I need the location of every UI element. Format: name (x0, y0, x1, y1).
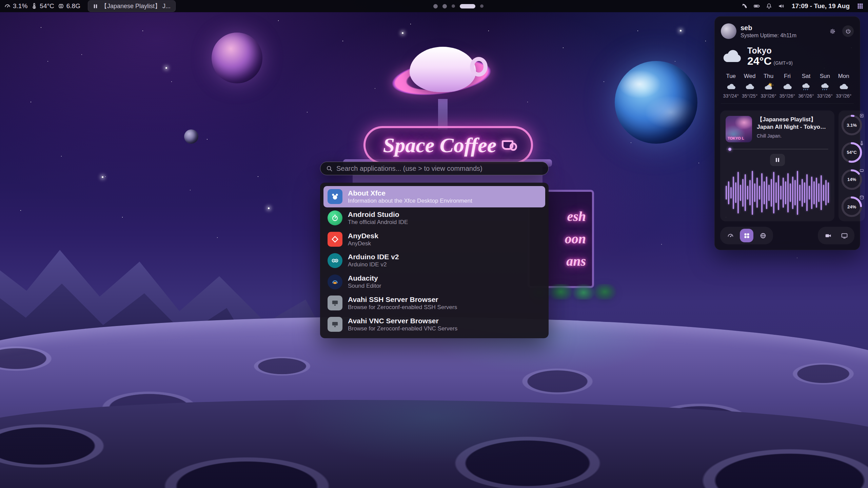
forecast-day-label: Fri (784, 73, 791, 80)
workspace-dot[interactable] (442, 4, 447, 8)
launcher-item-about-xfce[interactable]: About Xfce Information about the Xfce De… (323, 186, 545, 207)
app-grid-icon[interactable] (856, 2, 864, 10)
xfce-icon (328, 189, 342, 204)
window-neon-text: oon (565, 232, 586, 246)
forecast-day-mon: Mon 33°/26° (834, 73, 853, 99)
app-description: Browse for Zeroconf-enabled SSH Servers (348, 304, 457, 311)
screen-record-button[interactable] (821, 229, 835, 242)
search-input[interactable] (336, 165, 543, 172)
thermometer-icon (859, 141, 864, 146)
media-controls (726, 154, 829, 166)
launcher-item-text: About Xfce Information about the Xfce De… (348, 189, 472, 204)
gauge-temperature: 54°C (841, 142, 862, 163)
workspace-dot[interactable] (452, 4, 455, 8)
gauge-disk: 24% (841, 196, 862, 217)
coffee-cup-icon (502, 140, 513, 150)
top-bar: 3.1% 54°C 6.8G 【Japanese Playlist】 J... (0, 0, 868, 12)
forecast-temps: 35°/25° (742, 93, 757, 99)
forecast-day-thu: Thu 33°/26° (759, 73, 778, 99)
app-title: Android Studio (348, 210, 408, 218)
cloud-icon (782, 82, 793, 91)
forecast-day-wed: Wed 35°/25° (740, 73, 759, 99)
temperature-indicator[interactable]: 54°C (31, 2, 54, 10)
app-launcher: About Xfce Information about the Xfce De… (320, 162, 549, 338)
apps-tab-button[interactable] (740, 229, 753, 242)
launcher-item-audacity[interactable]: Audacity Sound Editor (323, 271, 545, 292)
topbar-left: 3.1% 54°C 6.8G 【Japanese Playlist】 J... (4, 0, 176, 12)
app-title: About Xfce (348, 189, 472, 197)
memory-indicator[interactable]: 6.8G (58, 2, 80, 10)
server-browser-icon (328, 296, 342, 310)
media-player-card: TOKYO L 【Japanese Playlist】 Japan All Ni… (720, 110, 834, 221)
clock[interactable]: 17:09 - Tue, 19 Aug (790, 2, 852, 10)
pause-icon (93, 4, 98, 9)
settings-button[interactable] (827, 25, 838, 37)
launcher-search-bar[interactable] (320, 162, 549, 175)
phone-icon[interactable] (741, 2, 748, 10)
topbar-right: 17:09 - Tue, 19 Aug (741, 2, 864, 10)
rain-cloud-icon (820, 82, 830, 91)
earth-planet (615, 61, 697, 144)
weather-temp-row: 24°C(GMT+9) (747, 56, 793, 67)
gauge-cpu: 3.1% (841, 115, 862, 136)
weather-timezone: (GMT+9) (774, 60, 793, 66)
avatar (721, 23, 736, 39)
play-pause-button[interactable] (770, 154, 785, 166)
weather-city-temp: Tokyo 24°C(GMT+9) (747, 46, 793, 67)
launcher-item-avahi-ssh[interactable]: Avahi SSH Server Browser Browse for Zero… (323, 292, 545, 314)
bright-star (268, 207, 270, 209)
neon-sign-text: Space Coffee (383, 133, 497, 157)
window-neon-text: ans (566, 255, 586, 268)
launcher-item-android-studio[interactable]: Android Studio The official Android IDE (323, 207, 545, 229)
media-progress-bar[interactable] (726, 148, 828, 150)
forecast-temps: 33°/26° (817, 93, 833, 99)
disk-icon (859, 195, 864, 200)
cloud-icon (726, 82, 736, 91)
volume-icon[interactable] (777, 2, 785, 10)
workspace-dot-active[interactable] (460, 4, 475, 8)
dashboard-tab-button[interactable] (724, 229, 737, 242)
launcher-item-text: Android Studio The official Android IDE (348, 210, 408, 226)
progress-knob[interactable] (728, 148, 731, 151)
capture-button-group (818, 227, 854, 244)
panel-bottom-bar (720, 227, 854, 244)
media-top: TOKYO L 【Japanese Playlist】 Japan All Ni… (726, 116, 829, 142)
moon-ground-near (0, 400, 868, 488)
battery-icon[interactable] (753, 2, 761, 10)
arduino-icon (328, 253, 342, 268)
cpu-usage-indicator[interactable]: 3.1% (4, 2, 27, 10)
forecast-day-label: Sun (820, 73, 830, 80)
album-art-label: TOKYO L (728, 136, 744, 140)
forecast-day-sun: Sun 33°/26° (815, 73, 834, 99)
sun-cloud-icon (763, 82, 774, 91)
workspace-dot[interactable] (480, 4, 484, 8)
launcher-item-anydesk[interactable]: AnyDesk AnyDesk (323, 229, 545, 250)
media-pill[interactable]: 【Japanese Playlist】 J... (88, 0, 176, 12)
gear-icon (829, 28, 836, 35)
forecast-temps: 33°/24° (723, 93, 739, 99)
video-camera-icon (825, 232, 832, 239)
thermometer-icon (31, 3, 38, 9)
forecast-day-fri: Fri 35°/26° (778, 73, 796, 99)
launcher-item-avahi-vnc[interactable]: Avahi VNC Server Browser Browse for Zero… (323, 314, 545, 335)
app-title: Arduino IDE v2 (348, 253, 399, 261)
pause-icon (775, 157, 780, 163)
cloud-icon (838, 82, 849, 91)
small-moon (184, 129, 198, 144)
bright-star (402, 32, 403, 34)
screenshot-button[interactable] (837, 229, 851, 242)
launcher-item-arduino[interactable]: Arduino IDE v2 Arduino IDE v2 (323, 250, 545, 271)
workspace-dot[interactable] (433, 4, 438, 8)
system-gauges: 3.1% 54°C 14% 24% (839, 110, 865, 221)
username: seb (741, 24, 823, 32)
app-title: Audacity (348, 274, 381, 282)
speedometer-icon (4, 3, 11, 9)
widget-tab-group (720, 227, 773, 244)
network-tab-button[interactable] (756, 229, 770, 242)
bright-star (680, 30, 682, 32)
power-button[interactable] (842, 25, 854, 37)
notification-bell-icon[interactable] (765, 2, 773, 10)
weather-widget: Tokyo 24°C(GMT+9) Tue 33°/24° Wed 35°/25… (720, 44, 854, 105)
gauge-memory: 14% (841, 169, 862, 190)
neon-sign: Space Coffee (363, 126, 533, 164)
